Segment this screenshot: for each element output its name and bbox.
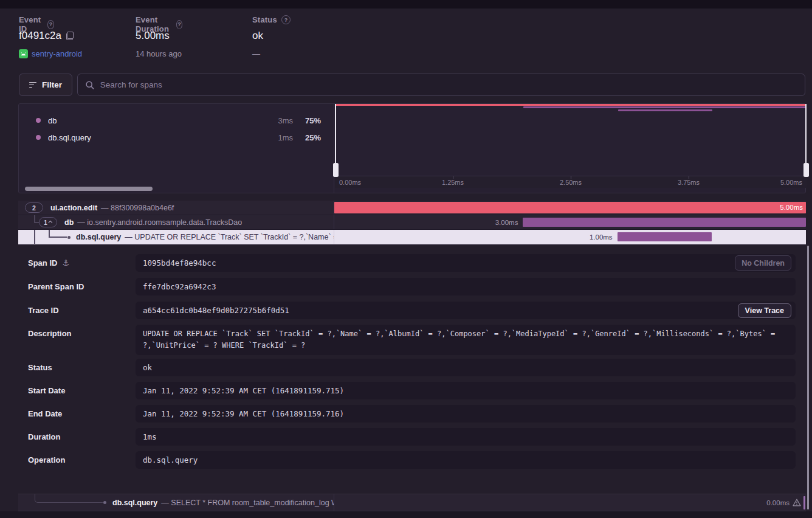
search-icon <box>85 80 95 90</box>
minimap-span-bar <box>335 104 807 106</box>
leaf-dot <box>103 501 106 504</box>
span-duration-label: 0.00ms <box>766 499 790 506</box>
minimap-span-bar <box>523 106 807 108</box>
span-tree: 2 ui.action.edit — 88f300998a0b4e6f 5.00… <box>18 201 806 244</box>
view-trace-button[interactable]: View Trace <box>738 303 791 318</box>
axis-tick: 0.00ms <box>339 179 361 186</box>
span-duration-label: 5.00ms <box>780 202 803 213</box>
span-op: db.sql.query <box>76 233 121 241</box>
minimap-right-handle[interactable] <box>805 104 807 177</box>
filter-icon <box>29 82 36 88</box>
help-icon[interactable]: ? <box>176 20 182 29</box>
legend-op-name: db.sql.query <box>48 133 91 142</box>
anchor-icon[interactable]: ⚓ <box>62 258 69 268</box>
event-duration-value: 5.00ms <box>136 30 170 42</box>
filter-button[interactable]: Filter <box>19 74 72 96</box>
search-input[interactable] <box>100 80 797 89</box>
minimap-chart <box>335 104 807 176</box>
trace-minimap[interactable]: 0.00ms 1.25ms 2.50ms 3.75ms 5.00ms <box>335 104 807 193</box>
span-desc: — 88f300998a0b4e6f <box>101 204 174 212</box>
android-project-icon <box>19 49 28 58</box>
children-count-pill[interactable]: 1 <box>39 217 57 227</box>
op-color-dot <box>36 135 41 140</box>
event-header: Event ID ? f0491c2a sentry-android Event… <box>0 9 812 69</box>
status-label: Status <box>252 15 277 24</box>
operations-legend: db 3ms 75% db.sql.query 1ms 25% <box>19 104 334 193</box>
copy-icon[interactable] <box>66 32 74 40</box>
end-date-value: Jan 11, 2022 9:52:39 AM CET (1641891159.… <box>143 405 344 423</box>
legend-op-name: db <box>48 116 57 125</box>
description-value: UPDATE OR REPLACE `Track` SET `TrackId` … <box>143 328 788 351</box>
help-icon[interactable]: ? <box>47 20 55 29</box>
span-duration-bar: 5.00ms <box>334 202 806 213</box>
warning-icon[interactable] <box>793 499 801 506</box>
parent-span-id-value: ffe7dbc92a6942c3 <box>143 278 216 295</box>
span-row-db-sql-query-select[interactable]: db.sql.query — SELECT * FROM room_table_… <box>18 494 806 511</box>
event-time-ago: 14 hours ago <box>136 49 182 58</box>
span-desc: — io.sentry.android.roomsample.data.Trac… <box>77 218 242 227</box>
detail-label: End Date <box>28 409 62 418</box>
detail-label: Status <box>28 363 52 372</box>
axis-tick: 3.75ms <box>678 179 700 186</box>
legend-row-db[interactable]: db 3ms 75% <box>19 112 334 129</box>
span-id-value: 1095bd4ef8e94bcc <box>143 254 216 272</box>
detail-label: Parent Span ID <box>28 282 84 291</box>
start-date-value: Jan 11, 2022 9:52:39 AM CET (1641891159.… <box>143 382 344 399</box>
top-strip <box>0 0 812 9</box>
project-link[interactable]: sentry-android <box>32 49 82 58</box>
span-search[interactable] <box>77 74 805 96</box>
axis-tick: 1.25ms <box>442 179 464 186</box>
minimap-span-bar <box>618 109 712 111</box>
leaf-dot <box>67 236 71 239</box>
detail-label: Duration <box>28 432 60 441</box>
status-sub: — <box>252 49 260 58</box>
span-op: db <box>64 218 74 227</box>
span-detail-panel: Span ID ⚓ 1095bd4ef8e94bcc No Children P… <box>18 244 806 494</box>
operation-value: db.sql.query <box>143 451 198 469</box>
bottom-strip <box>0 511 812 518</box>
legend-op-percent: 25% <box>305 133 321 142</box>
status-value: ok <box>252 30 263 42</box>
filter-button-label: Filter <box>42 80 62 89</box>
legend-op-percent: 75% <box>305 116 321 125</box>
detail-label: Start Date <box>28 386 65 395</box>
span-op: db.sql.query <box>112 499 157 507</box>
timeline-axis: 0.00ms 1.25ms 2.50ms 3.75ms 5.00ms <box>335 176 807 188</box>
axis-tick: 2.50ms <box>560 179 582 186</box>
legend-row-db-sql-query[interactable]: db.sql.query 1ms 25% <box>19 129 334 146</box>
status-detail-value: ok <box>143 359 152 376</box>
detail-label: Description <box>28 329 72 338</box>
span-desc: — UPDATE OR REPLACE `Track` SET `TrackId… <box>125 233 334 241</box>
legend-op-duration: 1ms <box>278 133 293 142</box>
detail-label: Trace ID <box>28 306 59 315</box>
span-duration-bar <box>618 232 712 241</box>
op-color-dot <box>36 118 41 123</box>
help-icon[interactable]: ? <box>281 15 291 24</box>
event-id-value: f0491c2a <box>19 30 61 42</box>
span-op: ui.action.edit <box>50 204 97 212</box>
span-row-ui-action-edit[interactable]: 2 ui.action.edit — 88f300998a0b4e6f 5.00… <box>18 201 806 215</box>
horizontal-scrollbar-thumb[interactable] <box>25 187 153 191</box>
span-duration-label: 1.00ms <box>590 230 613 244</box>
legend-op-duration: 3ms <box>278 116 293 125</box>
span-row-db[interactable]: 1 db — io.sentry.android.roomsample.data… <box>18 215 806 230</box>
detail-label: Span ID <box>28 258 57 268</box>
children-count-pill[interactable]: 2 <box>25 202 43 213</box>
trace-overview-panel: db 3ms 75% db.sql.query 1ms 25% 0.00ms 1… <box>18 103 806 193</box>
zero-duration-span-tick <box>803 496 805 509</box>
no-children-badge: No Children <box>735 255 791 271</box>
vertical-scrollbar-thumb[interactable] <box>807 246 809 509</box>
axis-tick: 5.00ms <box>780 179 802 186</box>
detail-label: Operation <box>28 455 65 464</box>
duration-value: 1ms <box>143 428 157 446</box>
span-row-db-sql-query-selected[interactable]: db.sql.query — UPDATE OR REPLACE `Track`… <box>18 230 806 244</box>
span-desc: — SELECT * FROM room_table_modification_… <box>161 499 334 507</box>
span-duration-label: 3.00ms <box>495 215 518 230</box>
collapse-caret-icon <box>48 221 52 225</box>
span-duration-bar <box>523 218 806 227</box>
trace-id-value: a654cc61dc0b48ef9d0b27275b6f0d51 <box>143 302 289 319</box>
minimap-left-handle[interactable] <box>335 104 336 177</box>
